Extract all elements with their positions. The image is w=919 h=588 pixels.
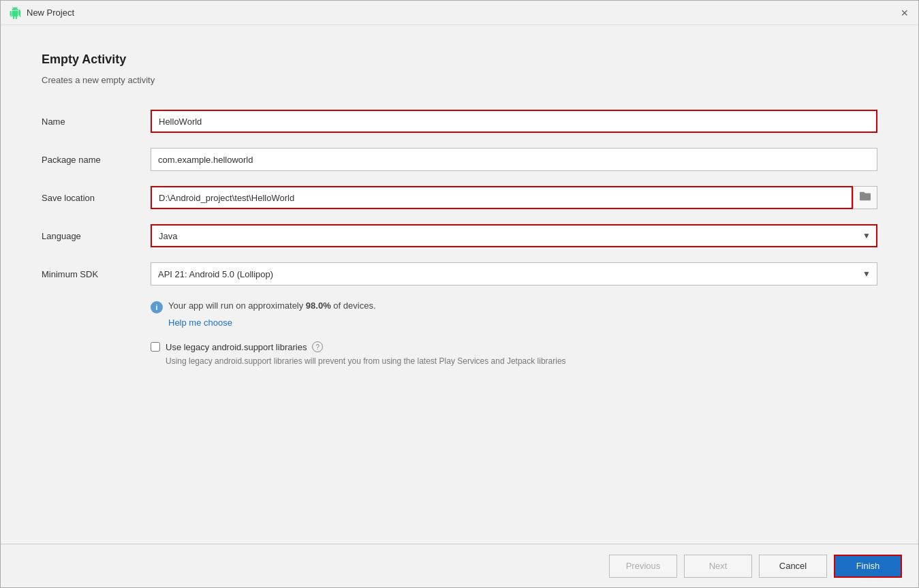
previous-button[interactable]: Previous — [609, 555, 677, 578]
device-coverage-text: Your app will run on approximately 98.0%… — [168, 300, 376, 311]
footer: Previous Next Cancel Finish — [1, 544, 918, 587]
title-bar-left: New Project — [9, 7, 74, 19]
save-location-row: Save location — [42, 186, 877, 209]
save-location-input[interactable] — [151, 186, 853, 209]
package-label: Package name — [42, 155, 151, 165]
legacy-libraries-checkbox[interactable] — [151, 342, 160, 352]
window-title: New Project — [27, 7, 74, 18]
min-sdk-label: Minimum SDK — [42, 269, 151, 279]
finish-button[interactable]: Finish — [834, 555, 902, 578]
folder-icon — [859, 191, 871, 204]
cancel-button[interactable]: Cancel — [759, 555, 827, 578]
page-subtitle: Creates a new empty activity — [42, 75, 877, 85]
name-row: Name — [42, 110, 877, 133]
device-coverage-line: i Your app will run on approximately 98.… — [151, 300, 877, 313]
language-select[interactable]: Java Kotlin — [151, 224, 877, 247]
save-location-label: Save location — [42, 193, 151, 203]
min-sdk-select-wrapper: API 21: Android 5.0 (Lollipop) API 22: A… — [151, 262, 877, 285]
help-me-choose-link[interactable]: Help me choose — [168, 318, 232, 328]
name-input[interactable] — [151, 110, 877, 133]
name-input-wrapper — [151, 110, 877, 133]
info-percentage: 98.0% — [306, 300, 331, 311]
info-text-suffix: of devices. — [331, 300, 376, 311]
next-button[interactable]: Next — [684, 555, 752, 578]
package-input[interactable] — [151, 148, 877, 171]
legacy-libraries-description: Using legacy android.support libraries w… — [166, 355, 877, 367]
info-icon: i — [151, 301, 163, 313]
name-label: Name — [42, 117, 151, 127]
legacy-libraries-help-icon[interactable]: ? — [312, 341, 323, 352]
save-location-field-group — [151, 186, 877, 209]
info-text-prefix: Your app will run on approximately — [168, 300, 306, 311]
min-sdk-row: Minimum SDK API 21: Android 5.0 (Lollipo… — [42, 262, 877, 285]
save-location-input-wrapper — [151, 186, 877, 209]
min-sdk-dropdown-wrapper: API 21: Android 5.0 (Lollipop) API 22: A… — [151, 262, 877, 285]
package-input-wrapper — [151, 148, 877, 171]
package-row: Package name — [42, 148, 877, 171]
language-row: Language Java Kotlin ▼ — [42, 224, 877, 247]
language-select-wrapper: Java Kotlin ▼ — [151, 224, 877, 247]
min-sdk-select[interactable]: API 21: Android 5.0 (Lollipop) API 22: A… — [151, 262, 877, 285]
language-dropdown-wrapper: Java Kotlin ▼ — [151, 224, 877, 247]
legacy-libraries-label[interactable]: Use legacy android.support libraries ? — [151, 341, 877, 352]
legacy-libraries-row: Use legacy android.support libraries ? U… — [151, 341, 877, 367]
legacy-libraries-label-text: Use legacy android.support libraries — [166, 342, 307, 352]
title-bar: New Project ✕ — [1, 1, 918, 25]
page-title: Empty Activity — [42, 52, 877, 67]
content-area: Empty Activity Creates a new empty activ… — [1, 25, 918, 544]
android-icon — [9, 7, 21, 19]
device-coverage-block: i Your app will run on approximately 98.… — [151, 300, 877, 328]
close-button[interactable]: ✕ — [899, 7, 910, 18]
browse-folder-button[interactable] — [853, 186, 877, 209]
info-icon-label: i — [155, 303, 157, 311]
language-label: Language — [42, 231, 151, 241]
new-project-window: New Project ✕ Empty Activity Creates a n… — [0, 0, 919, 588]
